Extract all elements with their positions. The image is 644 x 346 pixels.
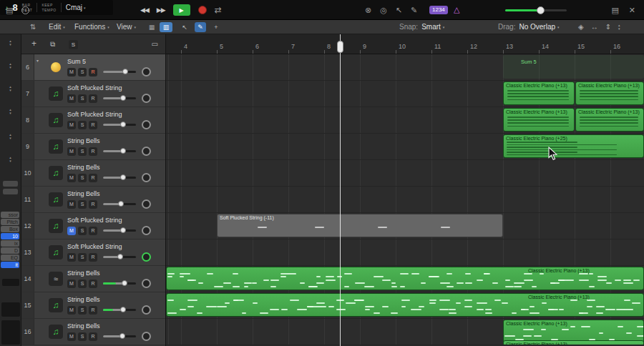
forward-button[interactable]: ▶▶ [157,6,165,14]
crosshair-tool-button[interactable]: + [210,22,222,32]
channel-strip-section[interactable] [1,320,20,345]
arrange-lane[interactable]: Sum 5 [166,54,644,81]
pencil-tool-button[interactable]: ✎ [195,22,206,32]
vertical-zoom-icon[interactable]: ⇕ [605,23,611,31]
menu-edit[interactable]: Edit▾ [49,20,65,34]
midi-region[interactable]: Classic Electric Piano (+13) [575,81,644,105]
track-name[interactable]: String Bells [67,270,100,277]
arrange-lane[interactable]: Classic Electric Piano (+13) [166,292,644,319]
mute-button[interactable]: M [67,174,76,182]
track-icon[interactable]: ♫ [49,139,63,154]
library-toggle-icon[interactable]: ▤ [6,6,13,14]
plugin-slot[interactable]: 10 [1,233,19,239]
panel-toggle-icon[interactable]: ▭ [152,39,158,49]
track-icon[interactable]: ♫ [49,192,63,207]
pan-knob[interactable] [142,94,151,103]
volume-slider[interactable] [103,282,136,285]
plugin-slot[interactable]: Pitch [1,219,19,225]
collapse-chevrons-icon[interactable]: ▴▾ [0,133,21,140]
volume-knob[interactable] [118,201,124,207]
arrange-lane[interactable]: Classic Electric Piano (+13)Classic Elec… [166,81,644,107]
volume-slider[interactable] [103,203,136,205]
arrange-lane[interactable]: Classic Electric Piano (+13)Classic Elec… [166,319,644,345]
horizontal-zoom-icon[interactable]: ↔ [591,23,598,31]
disclosure-triangle-icon[interactable]: ▾ [36,58,44,63]
grid-view-button[interactable]: ▦ [145,22,158,32]
track-icon[interactable]: ♫ [49,166,63,180]
volume-knob[interactable] [120,95,126,101]
mute-button[interactable]: M [67,200,76,209]
arrange-lane[interactable]: Soft Plucked String (-11) [166,213,644,239]
collapse-chevrons-icon[interactable]: ▴▾ [0,156,21,163]
mute-button[interactable]: M [67,306,76,315]
pan-knob[interactable] [142,199,151,209]
volume-slider[interactable] [103,229,136,232]
track-name[interactable]: Soft Plucked String [67,111,122,118]
key-signature[interactable]: Cmaj ▾ [66,4,86,11]
midi-region[interactable]: Classic Electric Piano (+25) [503,134,644,158]
add-track-button[interactable]: + [31,39,36,49]
pointer-tool-button[interactable]: ↖ [179,22,190,32]
pan-knob[interactable] [142,67,151,76]
track-row[interactable]: 7♫Soft Plucked StringMSR [21,81,165,107]
track-name[interactable]: Soft Plucked String [67,243,122,250]
count-in-badge[interactable]: 1234 [429,6,448,14]
track-name[interactable]: String Bells [67,190,100,197]
volume-knob[interactable] [122,280,127,286]
track-row[interactable]: 15♫String BellsMSR [21,292,165,319]
record-enable-button[interactable]: R [89,253,97,262]
volume-knob[interactable] [120,227,126,233]
solo-button[interactable]: S [78,332,87,341]
solo-button[interactable]: S [78,200,87,209]
tuner-icon[interactable]: ◎ [380,6,387,14]
track-row[interactable]: 8♫Soft Plucked StringMSR [21,107,165,134]
inspector-toggle-icon[interactable]: i [21,6,29,14]
plugin-slot[interactable]: ix [1,240,19,247]
step-down-icon[interactable]: ▾ [618,27,620,30]
track-row[interactable]: 9♫String BellsMSR [21,134,165,160]
channel-strip-section[interactable] [1,302,20,317]
midi-region[interactable]: Classic Electric Piano (+13) [575,108,644,132]
plugin-slot[interactable]: ssor [1,212,19,218]
cycle-button[interactable]: ⇄ [215,5,222,15]
midi-region[interactable]: Classic Electric Piano (+13) [166,293,644,317]
midi-region[interactable]: Classic Electric Piano (+13) [503,81,575,105]
record-enable-button[interactable]: R [89,121,97,129]
duplicate-track-button[interactable]: ⧉ [50,39,55,49]
autopunch-icon[interactable]: ⊗ [365,6,371,14]
track-icon[interactable]: ♫ [49,219,63,233]
mute-button[interactable]: M [67,121,76,129]
volume-slider[interactable] [103,256,136,258]
collapse-chevrons-icon[interactable]: ▴▾ [0,85,21,92]
midi-region[interactable]: Classic Electric Piano (+13) [503,108,575,132]
updown-icon[interactable]: ⇅ [30,23,36,31]
midi-region[interactable]: Classic Electric Piano (+13) [166,267,644,290]
collapse-chevrons-icon[interactable]: ▴▾ [0,108,21,115]
master-solo-button[interactable]: S [69,40,78,49]
record-enable-button[interactable]: R [89,280,97,288]
track-icon[interactable]: ♫ [49,298,63,312]
pan-knob[interactable] [142,147,151,156]
record-enable-button[interactable]: R [89,332,97,341]
arrange-lane[interactable] [166,187,644,213]
snap-dropdown[interactable]: Smart▾ [421,23,444,31]
plugin-slot[interactable]: it [1,262,19,268]
record-button[interactable] [198,6,207,14]
zoom-steppers[interactable]: ▴ ▾ [618,24,620,30]
pan-knob[interactable] [142,332,151,341]
volume-knob[interactable] [120,307,126,312]
solo-button[interactable]: S [78,68,87,76]
arrange-lane[interactable]: Classic Electric Piano (+13)Classic Elec… [166,107,644,134]
track-icon[interactable]: ♫ [49,245,63,260]
mute-button[interactable]: M [67,227,76,235]
volume-slider[interactable] [103,309,136,311]
track-name[interactable]: Soft Plucked String [67,217,122,224]
solo-button[interactable]: S [78,174,87,182]
volume-knob[interactable] [117,254,123,260]
track-row[interactable]: 13♫Soft Plucked StringMSR [21,239,165,266]
collapse-chevrons-icon[interactable]: ▴▾ [0,62,21,69]
master-volume-slider[interactable] [505,9,567,11]
volume-slider[interactable] [103,71,136,73]
arrange-lane[interactable] [166,160,644,187]
track-name[interactable]: String Bells [67,296,100,303]
